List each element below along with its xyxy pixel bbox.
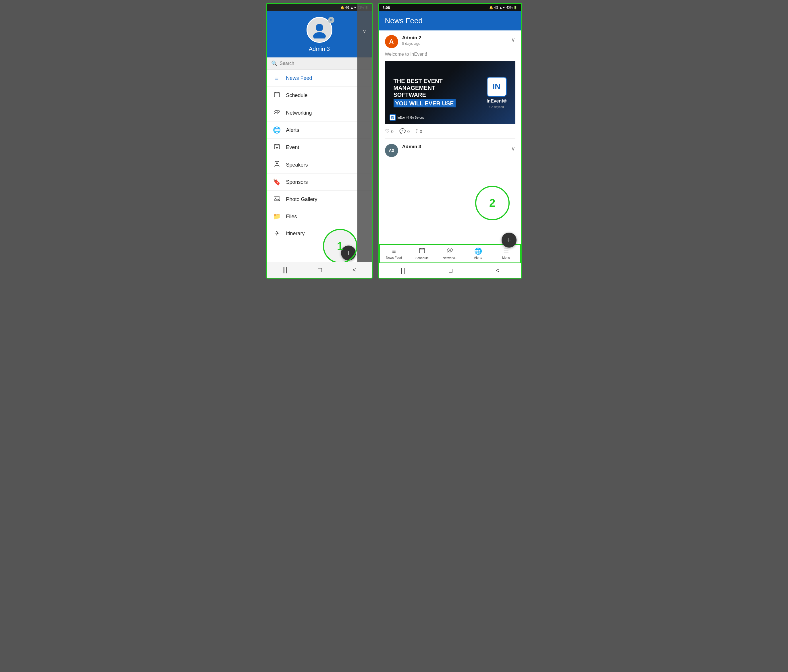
image-text-line1: THE BEST EVENTMANAGEMENTSOFTWARE — [394, 78, 443, 98]
sidebar-item-label: Sponsors — [286, 179, 308, 185]
system-nav-back-icon[interactable]: < — [353, 266, 356, 274]
inevent-tagline: Go Beyond — [489, 105, 504, 109]
sidebar-item-label: Schedule — [286, 92, 308, 98]
bottom-nav-label: News Feed — [386, 256, 402, 259]
comment-button[interactable]: 💬 0 — [399, 128, 410, 135]
left-bottom-nav: ||| □ < — [267, 262, 372, 278]
bottom-nav-label: Schedule — [415, 256, 429, 260]
right-panel: 8:08 🔔 4G ▲▼ 43% 🔋 News Feed A Admin 2 5… — [378, 3, 522, 279]
bottom-nav-schedule[interactable]: Schedule — [413, 247, 431, 260]
like-icon: ♡ — [385, 128, 389, 135]
sidebar-item-label: Event — [286, 144, 299, 151]
sidebar-item-label: Speakers — [286, 162, 308, 168]
svg-point-6 — [275, 110, 277, 113]
share-button[interactable]: ⤴ 0 — [415, 128, 422, 135]
bottom-menu-icon: ☰ — [503, 247, 509, 255]
post-avatar-2: A3 — [385, 144, 398, 157]
bottom-nav-label: Menu — [502, 256, 510, 259]
sponsors-icon: 🔖 — [273, 178, 281, 186]
sys-nav-back-icon[interactable]: < — [496, 267, 500, 274]
news-feed-title: News Feed — [385, 16, 515, 25]
comment-icon: 💬 — [399, 128, 406, 135]
right-status-icons: 🔔 4G ▲▼ 43% 🔋 — [489, 6, 518, 10]
sidebar-item-news-feed[interactable]: ≡ News Feed — [267, 70, 372, 87]
post-expand-icon-2[interactable]: ∨ — [511, 145, 515, 152]
system-nav-home-icon[interactable]: □ — [318, 266, 322, 274]
bottom-nav-networking[interactable]: Networki... — [441, 247, 459, 260]
svg-point-21 — [448, 249, 450, 251]
post-avatar-1: A — [385, 35, 398, 48]
search-input[interactable] — [280, 61, 368, 66]
right-system-nav: ||| □ < — [379, 263, 521, 278]
sidebar-item-files[interactable]: 📁 Files — [267, 208, 372, 225]
sys-nav-home-icon[interactable]: □ — [449, 267, 453, 274]
bottom-nav-news-feed[interactable]: ≡ News Feed — [385, 247, 402, 259]
sys-nav-recents-icon[interactable]: ||| — [401, 267, 406, 274]
bottom-nav-label: Networki... — [443, 256, 458, 260]
post-expand-icon[interactable]: ∨ — [511, 36, 515, 43]
bottom-nav-bar: ≡ News Feed Schedule Networki... 🌐 Alert… — [379, 244, 521, 263]
bottom-networking-icon — [446, 247, 453, 255]
like-count: 0 — [391, 129, 394, 134]
svg-point-14 — [276, 163, 278, 164]
sidebar-item-photo-gallery[interactable]: Photo Gallery — [267, 191, 372, 208]
share-icon: ⤴ — [415, 128, 418, 135]
news-feed-icon: ≡ — [273, 74, 281, 82]
post-actions-1: ♡ 0 💬 0 ⤴ 0 — [385, 124, 515, 139]
sidebar-item-networking[interactable]: Networking — [267, 104, 372, 122]
bottom-alerts-icon: 🌐 — [474, 247, 482, 255]
bottom-nav-menu[interactable]: ☰ Menu — [497, 247, 515, 259]
profile-header: ⚙ Admin 3 — [267, 11, 372, 57]
itinerary-icon: ✈ — [273, 230, 281, 237]
speakers-icon — [273, 161, 281, 169]
chevron-down-icon: ∨ — [362, 28, 366, 35]
svg-rect-17 — [419, 249, 424, 253]
post-image-1: THE BEST EVENTMANAGEMENTSOFTWARE YOU WIL… — [385, 61, 515, 124]
news-feed-content: A Admin 2 5 days ago ∨ Welcome to InEven… — [379, 30, 521, 244]
post-card-1: A Admin 2 5 days ago ∨ Welcome to InEven… — [379, 30, 521, 139]
like-button[interactable]: ♡ 0 — [385, 128, 394, 135]
small-logo-text: InEvent® Go Beyond — [397, 116, 424, 119]
svg-rect-2 — [274, 92, 280, 97]
small-logo-row: IN InEvent® Go Beyond — [389, 114, 424, 120]
alerts-icon: 🌐 — [273, 126, 281, 134]
status-time: 8:08 — [383, 5, 390, 10]
sidebar-item-itinerary[interactable]: ✈ Itinerary — [267, 225, 372, 242]
post-card-2: A3 Admin 3 ∨ — [379, 139, 521, 157]
left-status-bar: 🔔 4G ▲▼ 43% 🔋 — [267, 4, 372, 11]
comment-count: 0 — [407, 129, 410, 134]
nav-list: ≡ News Feed Schedule Networking 🌐 Alerts… — [267, 70, 372, 262]
sidebar-item-event[interactable]: Event — [267, 139, 372, 156]
sidebar-item-alerts[interactable]: 🌐 Alerts — [267, 122, 372, 139]
sidebar-item-label: Files — [286, 214, 297, 220]
avatar-icon — [311, 21, 328, 38]
system-nav-recents-icon[interactable]: ||| — [283, 266, 287, 274]
image-text-highlight: YOU WILL EVER USE — [394, 99, 456, 108]
post-header-1: A Admin 2 5 days ago ∨ — [385, 35, 515, 48]
post-header-2: A3 Admin 3 ∨ — [385, 144, 515, 157]
sidebar-item-label: Itinerary — [286, 231, 305, 237]
sidebar-item-schedule[interactable]: Schedule — [267, 87, 372, 104]
post-image-text: THE BEST EVENTMANAGEMENTSOFTWARE YOU WIL… — [394, 78, 456, 108]
sidebar-item-sponsors[interactable]: 🔖 Sponsors — [267, 174, 372, 191]
inevent-name: InEvent® — [487, 98, 507, 104]
post-time-1: 5 days ago — [402, 41, 507, 46]
svg-point-22 — [450, 249, 453, 251]
profile-name: Admin 3 — [309, 46, 330, 52]
bottom-nav-label: Alerts — [474, 256, 482, 259]
svg-point-12 — [276, 147, 278, 149]
event-icon — [273, 143, 281, 151]
fab-button[interactable]: + — [341, 246, 356, 260]
small-logo-box: IN — [389, 114, 396, 120]
bottom-news-feed-icon: ≡ — [392, 247, 396, 255]
svg-point-1 — [313, 32, 326, 38]
search-icon: 🔍 — [271, 60, 278, 67]
svg-point-7 — [277, 110, 280, 113]
svg-point-0 — [316, 24, 323, 31]
bottom-nav-alerts[interactable]: 🌐 Alerts — [469, 247, 487, 259]
fab-button-right[interactable]: + — [502, 233, 516, 247]
post-text-1: Welcome to InEvent! — [385, 52, 515, 57]
sidebar-item-speakers[interactable]: Speakers — [267, 156, 372, 174]
schedule-icon — [273, 91, 281, 99]
sidebar-item-label: Networking — [286, 110, 312, 116]
